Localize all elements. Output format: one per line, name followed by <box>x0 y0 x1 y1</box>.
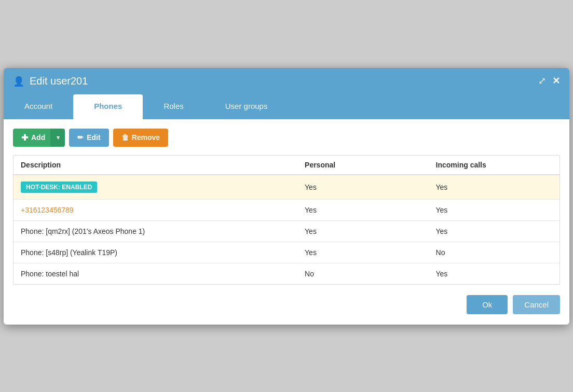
phone-link[interactable]: +316123456789 <box>21 206 74 214</box>
toolbar: ✚ Add ▾ ✏ Edit 🗑 Remove <box>13 129 560 147</box>
cell-incoming-calls: Yes <box>429 263 560 284</box>
expand-icon[interactable]: ⤢ <box>538 75 546 87</box>
phones-table: Description Personal Incoming calls HOT-… <box>13 155 560 285</box>
modal-title: Edit user201 <box>13 75 88 87</box>
table-row[interactable]: HOT-DESK: ENABLEDYesYes <box>13 175 560 200</box>
cell-description: Phone: toestel hal <box>13 263 297 284</box>
tab-roles[interactable]: Roles <box>143 94 204 119</box>
table-row[interactable]: Phone: toestel halNoYes <box>13 263 560 284</box>
col-header-description: Description <box>13 156 297 175</box>
plus-icon: ✚ <box>21 133 28 143</box>
modal-header: Edit user201 ⤢ ✕ <box>4 68 569 94</box>
cancel-button[interactable]: Cancel <box>513 295 560 314</box>
tab-account[interactable]: Account <box>4 94 73 119</box>
close-icon[interactable]: ✕ <box>552 75 560 87</box>
table-row[interactable]: Phone: [s48rp] (Yealink T19P)YesNo <box>13 242 560 263</box>
cell-incoming-calls: Yes <box>429 199 560 220</box>
table-row[interactable]: +316123456789YesYes <box>13 199 560 220</box>
modal-footer: Ok Cancel <box>4 285 569 325</box>
modal-body: ✚ Add ▾ ✏ Edit 🗑 Remove Descri <box>4 119 569 285</box>
edit-user-modal: Edit user201 ⤢ ✕ Account Phones Roles Us… <box>4 68 569 325</box>
remove-button[interactable]: 🗑 Remove <box>113 129 168 147</box>
trash-icon: 🗑 <box>121 133 129 142</box>
add-button[interactable]: ✚ Add <box>13 129 53 147</box>
col-header-incoming-calls: Incoming calls <box>429 156 560 175</box>
table-header-row: Description Personal Incoming calls <box>13 156 560 175</box>
cell-personal: No <box>297 263 428 284</box>
modal-header-actions: ⤢ ✕ <box>538 75 560 87</box>
cell-description: +316123456789 <box>13 199 297 220</box>
tab-user-groups[interactable]: User groups <box>204 94 289 119</box>
pencil-icon: ✏ <box>77 133 84 142</box>
cell-personal: Yes <box>297 175 428 200</box>
edit-button[interactable]: ✏ Edit <box>69 129 108 147</box>
tabs-bar: Account Phones Roles User groups <box>4 94 569 119</box>
col-header-personal: Personal <box>297 156 428 175</box>
cell-incoming-calls: Yes <box>429 220 560 242</box>
table-row[interactable]: Phone: [qm2rx] (201's Axeos Phone 1)YesY… <box>13 220 560 242</box>
cell-description: Phone: [qm2rx] (201's Axeos Phone 1) <box>13 220 297 242</box>
cell-incoming-calls: No <box>429 242 560 263</box>
cell-personal: Yes <box>297 199 428 220</box>
cell-incoming-calls: Yes <box>429 175 560 200</box>
cell-personal: Yes <box>297 242 428 263</box>
tab-phones[interactable]: Phones <box>73 94 143 119</box>
user-icon <box>13 75 24 87</box>
modal-title-text: Edit user201 <box>30 75 88 87</box>
cell-description: Phone: [s48rp] (Yealink T19P) <box>13 242 297 263</box>
chevron-down-icon: ▾ <box>57 134 60 141</box>
cell-description: HOT-DESK: ENABLED <box>13 175 297 200</box>
add-dropdown-arrow[interactable]: ▾ <box>50 129 65 147</box>
ok-button[interactable]: Ok <box>467 295 508 314</box>
hotdesk-badge: HOT-DESK: ENABLED <box>21 181 97 193</box>
cell-personal: Yes <box>297 220 428 242</box>
add-button-group: ✚ Add ▾ <box>13 129 65 147</box>
